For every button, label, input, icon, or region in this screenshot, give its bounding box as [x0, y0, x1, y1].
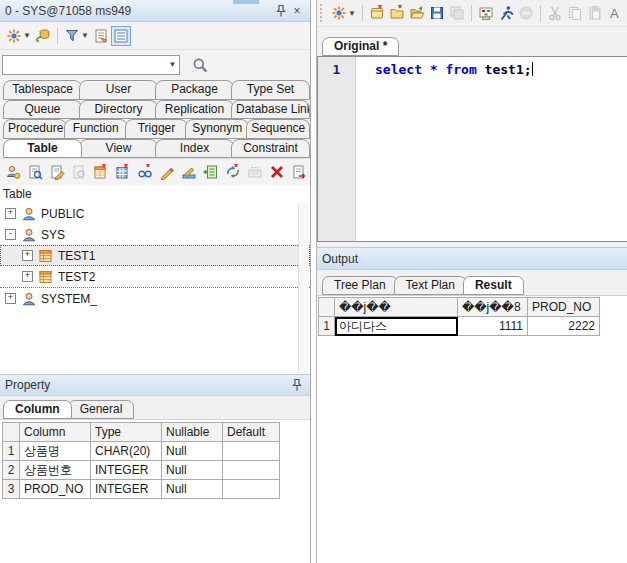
result-cell[interactable]: 2222 — [528, 317, 600, 336]
tree-item-public[interactable]: +PUBLIC — [0, 203, 310, 224]
doc-edit-icon[interactable] — [47, 162, 67, 182]
tab-synonym[interactable]: Synonym — [185, 119, 249, 139]
object-tab-row-3: ProcedureFunctionTriggerSynonymSequence — [0, 119, 310, 139]
font-a-icon[interactable]: A — [605, 3, 625, 23]
property-cell[interactable]: INTEGER — [91, 461, 162, 480]
toolbar-grip[interactable] — [320, 4, 325, 22]
tab-constraint[interactable]: Constraint — [231, 139, 310, 159]
sql-token — [422, 62, 430, 77]
open-folder-icon[interactable] — [407, 3, 427, 23]
object-filter-combobox[interactable]: ▼ — [2, 55, 180, 75]
result-row[interactable]: 1아디다스11112222 — [319, 317, 600, 336]
settings-gear-icon[interactable] — [4, 26, 24, 46]
save-icon[interactable] — [427, 3, 447, 23]
add-list-icon[interactable] — [201, 162, 221, 182]
property-tab-general[interactable]: General — [68, 400, 135, 419]
pin-icon[interactable] — [273, 3, 289, 19]
tab-table[interactable]: Table — [3, 139, 82, 159]
new-query-icon[interactable]: * — [367, 3, 387, 23]
tree-item-label: TEST1 — [58, 249, 95, 263]
settings-gear-dropdown-icon[interactable]: ▼ — [348, 9, 356, 18]
object-tab-row-2: QueueDirectoryReplicationDatabase Link — [0, 100, 310, 120]
filter-funnel-dropdown-icon[interactable]: ▼ — [81, 31, 89, 40]
tree-item-system[interactable]: +SYSTEM_ — [0, 288, 310, 309]
delete-x-icon[interactable] — [267, 162, 287, 182]
property-cell[interactable]: 상품명 — [20, 442, 91, 461]
export-doc-icon[interactable] — [289, 162, 309, 182]
output-tab-text-plan[interactable]: Text Plan — [394, 276, 467, 295]
explain-plan-icon[interactable] — [476, 3, 496, 23]
tab-queue[interactable]: Queue — [3, 100, 82, 120]
table-icon — [38, 269, 54, 285]
object-type-tabs: TablespaceUserPackageType SetQueueDirect… — [0, 80, 310, 158]
new-folder-icon[interactable]: * — [387, 3, 407, 23]
doc-preview-icon — [69, 162, 89, 182]
tab-type-set[interactable]: Type Set — [231, 80, 310, 100]
property-cell[interactable] — [223, 461, 280, 480]
property-cell[interactable]: 상품번호 — [20, 461, 91, 480]
run-icon[interactable] — [496, 3, 516, 23]
settings-gear-dropdown-icon[interactable]: ▼ — [23, 31, 31, 40]
tree-item-sys[interactable]: -SYS — [0, 224, 310, 245]
tab-sequence[interactable]: Sequence — [246, 119, 310, 139]
sql-token: test1; — [485, 62, 532, 77]
tree-expander-icon[interactable]: + — [22, 250, 33, 261]
details-view-icon[interactable] — [111, 26, 131, 46]
property-row[interactable]: 2상품번호INTEGERNull — [3, 461, 280, 480]
tree-expander-icon[interactable]: - — [5, 229, 16, 240]
edit-pencil-blue-icon[interactable] — [179, 162, 199, 182]
property-pin-icon[interactable] — [289, 377, 305, 393]
sql-code-line[interactable]: select * from test1; — [356, 57, 627, 241]
property-cell[interactable]: CHAR(20) — [91, 442, 162, 461]
property-cell[interactable]: Null — [162, 442, 223, 461]
tab-view[interactable]: View — [79, 139, 158, 159]
tree-item-test1[interactable]: +TEST1 — [0, 245, 310, 266]
object-filter-input[interactable] — [3, 57, 166, 73]
describe-glasses-icon[interactable]: * — [135, 162, 155, 182]
tab-trigger[interactable]: Trigger — [125, 119, 189, 139]
result-cell[interactable]: 아디다스 — [335, 317, 458, 336]
tab-procedure[interactable]: Procedure — [3, 119, 67, 139]
db-refresh-icon[interactable] — [33, 26, 53, 46]
tab-replication[interactable]: Replication — [155, 100, 234, 120]
editor-tab-original[interactable]: Original * — [322, 37, 399, 56]
tab-index[interactable]: Index — [155, 139, 234, 159]
property-row[interactable]: 3PROD_NOINTEGERNull — [3, 480, 280, 499]
filter-funnel-icon[interactable] — [62, 26, 82, 46]
output-tab-tree-plan[interactable]: Tree Plan — [322, 276, 398, 295]
output-tab-result[interactable]: Result — [463, 276, 524, 295]
refresh-star-icon[interactable]: * — [223, 162, 243, 182]
property-tab-column[interactable]: Column — [3, 400, 72, 419]
tab-package[interactable]: Package — [155, 80, 234, 100]
tree-expander-icon[interactable]: + — [5, 208, 16, 219]
tab-directory[interactable]: Directory — [79, 100, 158, 120]
property-cell[interactable] — [223, 442, 280, 461]
doc-search-icon[interactable] — [25, 162, 45, 182]
tree-item-test2[interactable]: +TEST2 — [0, 266, 310, 288]
close-icon[interactable]: × — [289, 3, 305, 19]
search-icon[interactable] — [190, 55, 210, 75]
property-row[interactable]: 1상품명CHAR(20)Null — [3, 442, 280, 461]
tab-user[interactable]: User — [79, 80, 158, 100]
new-table-icon[interactable]: * — [91, 162, 111, 182]
combo-dropdown-icon[interactable]: ▼ — [166, 56, 179, 74]
property-cell[interactable]: Null — [162, 480, 223, 499]
property-cell[interactable]: Null — [162, 461, 223, 480]
edit-pencil-icon[interactable] — [157, 162, 177, 182]
properties-doc-icon[interactable] — [91, 26, 111, 46]
tree-scrollbar[interactable] — [298, 203, 309, 373]
tab-tablespace[interactable]: Tablespace — [3, 80, 82, 100]
sql-editor[interactable]: 1 select * from test1; — [317, 56, 627, 242]
tree-expander-icon[interactable]: + — [5, 293, 16, 304]
tree-expander-icon[interactable]: + — [22, 271, 33, 282]
property-cell[interactable] — [223, 480, 280, 499]
tree-item-label: TEST2 — [58, 270, 95, 284]
settings-gear-icon[interactable] — [329, 3, 349, 23]
new-matrix-icon[interactable]: * — [113, 162, 133, 182]
property-cell[interactable]: INTEGER — [91, 480, 162, 499]
property-cell[interactable]: PROD_NO — [20, 480, 91, 499]
tab-database-link[interactable]: Database Link — [231, 100, 310, 120]
user-badge-icon[interactable] — [3, 162, 23, 182]
result-cell[interactable]: 1111 — [458, 317, 528, 336]
tab-function[interactable]: Function — [64, 119, 128, 139]
